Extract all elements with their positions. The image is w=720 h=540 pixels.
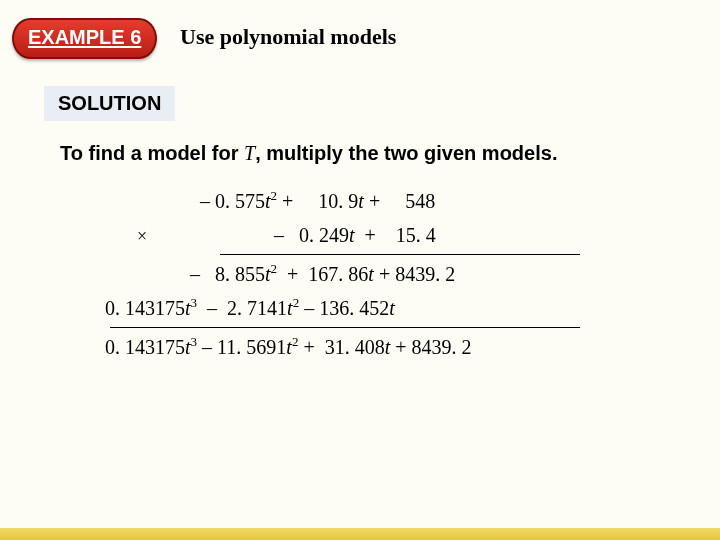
pp1-a2s: –	[190, 263, 200, 285]
page-title: Use polynomial models	[180, 24, 396, 50]
res-a2: 11. 5691	[217, 336, 286, 358]
polynomial-1: – 0. 575t2 + 10. 9t + 548	[100, 184, 660, 218]
solution-label: SOLUTION	[44, 86, 175, 121]
lead-sentence: To find a model for T, multiply the two …	[60, 142, 557, 165]
multiply-icon: ×	[135, 221, 149, 252]
rule-2	[110, 327, 580, 328]
partial-product-1: – 8. 855t2 + 167. 86t + 8439. 2	[100, 257, 660, 291]
p1-a: – 0. 575	[200, 190, 265, 212]
p2-b-sign: –	[274, 224, 284, 246]
footer-band	[0, 528, 720, 540]
lead-pre: To find a model for	[60, 142, 244, 164]
pp1-a0: 8439. 2	[395, 263, 455, 285]
pp1-a2: 8. 855	[215, 263, 265, 285]
pp2-a1: 136. 452	[319, 297, 389, 319]
result-polynomial: 0. 143175t3 – 11. 5691t2 + 31. 408t + 84…	[100, 330, 660, 364]
example-badge: EXAMPLE 6	[12, 18, 157, 59]
res-a3: 0. 143175	[105, 336, 185, 358]
pp1-a1: 167. 86	[308, 263, 368, 285]
res-a2s: –	[202, 336, 212, 358]
res-a1: 31. 408	[325, 336, 385, 358]
lead-post: , multiply the two given models.	[255, 142, 557, 164]
res-a1s: +	[303, 336, 314, 358]
pp2-a3: 0. 143175	[105, 297, 185, 319]
p1-c: 548	[405, 190, 435, 212]
pp2-a2s: –	[207, 297, 217, 319]
p2-c: 15. 4	[396, 224, 436, 246]
polynomial-2: × – 0. 249t + 15. 4	[100, 218, 660, 252]
lead-var: T	[244, 142, 255, 164]
p2-b: 0. 249	[299, 224, 349, 246]
math-block: – 0. 575t2 + 10. 9t + 548 × – 0. 249t + …	[100, 184, 660, 364]
pp2-a2: 2. 7141	[227, 297, 287, 319]
res-a0: 8439. 2	[412, 336, 472, 358]
p1-b: 10. 9	[318, 190, 358, 212]
partial-product-2: 0. 143175t3 – 2. 7141t2 – 136. 452t	[100, 291, 660, 325]
pp2-a1s: –	[304, 297, 314, 319]
rule-1	[220, 254, 580, 255]
